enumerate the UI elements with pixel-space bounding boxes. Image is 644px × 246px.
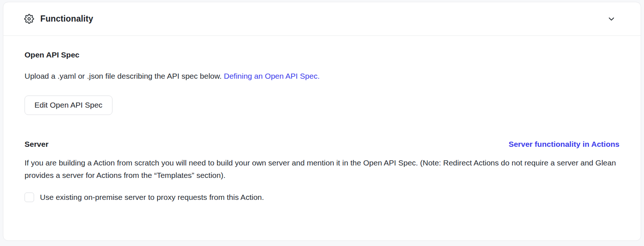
server-section: Server Server functionality in Actions I… <box>25 140 619 202</box>
chevron-down-icon <box>607 15 616 23</box>
server-description: If you are building a Action from scratc… <box>25 157 619 182</box>
on-premise-server-checkbox[interactable] <box>25 193 34 202</box>
server-heading: Server <box>25 140 48 149</box>
defining-open-api-spec-link[interactable]: Defining an Open API Spec. <box>224 72 320 80</box>
server-functionality-link[interactable]: Server functionality in Actions <box>508 140 619 149</box>
gear-icon <box>24 14 34 24</box>
open-api-spec-description-text: Upload a .yaml or .json file describing … <box>25 72 224 80</box>
server-heading-row: Server Server functionality in Actions <box>25 140 619 149</box>
on-premise-server-checkbox-label: Use existing on-premise server to proxy … <box>40 193 264 202</box>
panel-title: Functionality <box>40 14 93 24</box>
panel-body: Open API Spec Upload a .yaml or .json fi… <box>3 36 641 246</box>
open-api-spec-section: Open API Spec Upload a .yaml or .json fi… <box>25 51 619 115</box>
open-api-spec-heading: Open API Spec <box>25 51 619 59</box>
functionality-panel: Functionality Open API Spec Upload a .ya… <box>3 2 641 241</box>
collapse-panel-button[interactable] <box>605 12 618 26</box>
edit-open-api-spec-button[interactable]: Edit Open API Spec <box>25 96 112 115</box>
on-premise-server-checkbox-row: Use existing on-premise server to proxy … <box>25 193 619 202</box>
open-api-spec-description: Upload a .yaml or .json file describing … <box>25 70 619 82</box>
panel-header: Functionality <box>3 2 641 36</box>
